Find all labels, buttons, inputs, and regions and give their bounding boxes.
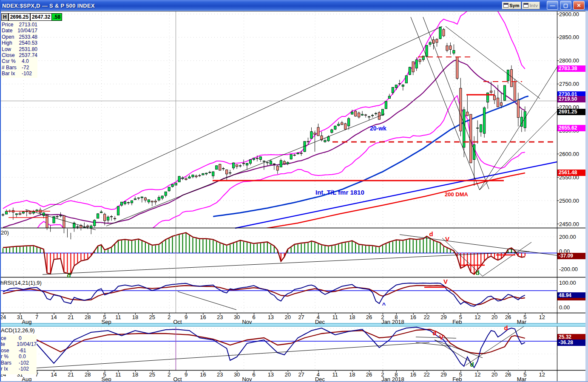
macd-quote-row: r Ix-102 [1, 366, 37, 372]
title-bar[interactable]: NDEX:$SPX,D — S & P 500 INDEX Sym Intv —… [0, 0, 588, 11]
date-tick-label: 2 [168, 371, 170, 378]
date-tick-label: 12 [474, 314, 480, 320]
quote-row: Open2533.48 [2, 34, 37, 40]
osc-signal-letter: d [475, 269, 479, 276]
price-axis-label: 2600.00 [559, 151, 579, 157]
quote-header-val1: 2696.25 [9, 13, 30, 21]
price-tag: 2561.48 [557, 170, 585, 176]
date-tick-label: 27 [298, 371, 304, 378]
chart-area[interactable]: 2900.002850.002800.002750.002700.002650.… [0, 0, 588, 382]
intv-button[interactable]: Intv [522, 2, 540, 9]
date-tick-label: 21 [68, 371, 74, 378]
date-tick-label: 22 [423, 314, 429, 320]
month-label: Feb [452, 319, 462, 325]
osc-axis-label: 200.00 [559, 234, 576, 240]
month-label: Oct [173, 319, 182, 325]
date-tick-label: 25 [149, 314, 155, 320]
quote-box: Price2713.01Date10/04/17Open2533.48High2… [0, 21, 37, 78]
price-tag: 2719.50 [557, 96, 585, 102]
quote-row: Csr %4.0 [2, 58, 37, 64]
date-tick-label: 11 [332, 371, 338, 378]
osc-signal-letter: d [429, 230, 433, 238]
window-border-left [0, 0, 1, 382]
price-tag: 2691.25 [557, 109, 585, 115]
quote-header-change: .58 [51, 13, 62, 21]
date-tick-label: 12 [539, 371, 545, 378]
macd-quote-row: Bars-102 [1, 360, 37, 366]
macd-quote-row: ose-61 [1, 348, 37, 354]
osc-signal-letter: V [445, 235, 449, 243]
date-tick-label: 16 [410, 371, 416, 378]
date-tick-label: 6 [252, 314, 255, 320]
date-tick-label: 29 [440, 371, 446, 378]
minimize-button[interactable]: — [547, 1, 558, 10]
date-tick-label: 29 [440, 314, 446, 320]
month-label: Mar [517, 319, 526, 325]
macd-signal-letter: d [504, 324, 508, 331]
quote-row: Price2713.01 [2, 22, 37, 28]
date-tick-label: 9 [185, 371, 187, 378]
date-tick-label: 26 [505, 314, 511, 320]
quote-row: # Bars-72 [2, 65, 37, 71]
date-tick-label: 18 [349, 314, 355, 320]
window-icon [523, 3, 528, 8]
month-label: Aug [22, 319, 31, 325]
date-tick-label: 26 [366, 371, 372, 378]
osc-panel-label: 20) [1, 229, 9, 236]
price-tag: 2655.62 [557, 125, 585, 131]
rsi-axis-label: 100.00 [559, 280, 576, 286]
osc-tag: -37.09 [557, 253, 585, 259]
date-tick-label: 6 [252, 371, 255, 378]
date-tick-label: 20 [491, 314, 497, 320]
maximize-button[interactable]: ▢ [560, 1, 571, 10]
price-tag: 2783.38 [557, 65, 585, 72]
sym-button[interactable]: Sym [502, 2, 521, 9]
quote-header-h: H [1, 13, 9, 21]
price-axis-label: 2450.00 [559, 221, 579, 227]
date-tick-label: 16 [410, 314, 416, 320]
price-annotation: 200 DMA [445, 191, 468, 198]
quote-row: Bar Ix-102 [2, 71, 37, 76]
month-label: Dec [315, 319, 325, 325]
rsi-signal-letter: V [443, 278, 448, 285]
date-tick-label: 20 [284, 314, 290, 320]
price-axis-label: 2800.00 [559, 57, 579, 64]
rsi-axis-label: 0.00 [559, 304, 570, 311]
date-tick-label: 18 [132, 314, 138, 320]
month-label: Jan 2018 [381, 319, 404, 325]
date-tick-label: 18 [349, 371, 355, 378]
date-tick-label: 7 [35, 314, 38, 320]
macd-quote-row: ce0 [1, 335, 37, 341]
intv-button-label: Intv [529, 3, 538, 8]
date-tick-label: 23 [217, 371, 223, 378]
date-tick-label: 9 [185, 314, 187, 320]
macd-signal-letter: V [439, 334, 443, 341]
chart-canvas [0, 0, 588, 382]
close-button[interactable]: ✕ [573, 1, 585, 10]
price-annotation: Int. T/L fmr 1810 [315, 189, 364, 196]
date-tick-label: 27 [298, 314, 304, 320]
date-tick-label: 11 [115, 371, 121, 378]
date-tick-label: 14 [51, 371, 57, 378]
macd-tag: -36.28 [557, 340, 585, 346]
macd-panel-label: ACD(12,26,9) [1, 327, 34, 334]
date-tick-label: 13 [268, 314, 274, 320]
date-tick-label: 16 [200, 314, 206, 320]
window-title: NDEX:$SPX,D — S & P 500 INDEX [0, 3, 95, 9]
macd-signal-letter: d [470, 361, 474, 368]
date-tick-label: 20 [491, 371, 497, 378]
sym-button-label: Sym [509, 3, 519, 8]
osc-signal-letter: d [67, 272, 71, 279]
date-tick-label: 22 [423, 371, 429, 378]
date-tick-label: 20 [284, 371, 290, 378]
price-axis-label: 2500.00 [559, 198, 579, 204]
price-axis-label: 2850.00 [559, 34, 579, 40]
date-tick-label: 12 [474, 371, 480, 378]
date-tick-label: 28 [85, 314, 91, 320]
window-border-right [585, 11, 588, 382]
month-label: Nov [242, 319, 252, 325]
macd-quote-row: te10/04/17 [1, 341, 37, 347]
date-tick-label: 26 [366, 314, 372, 320]
date-tick-label: 14 [51, 314, 57, 320]
date-tick-label: 26 [505, 371, 511, 378]
